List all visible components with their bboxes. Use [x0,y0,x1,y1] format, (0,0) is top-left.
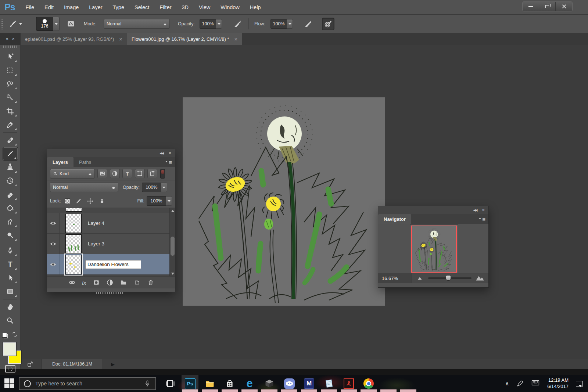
menu-type[interactable]: Type [108,0,129,15]
filter-type-layers-button[interactable]: T [122,169,132,178]
menu-3d[interactable]: 3D [177,0,194,15]
document-tab-template001[interactable]: eplate001.psd @ 25% (Layer 93, RGB/8*) × [21,33,127,45]
panel-menu-icon[interactable]: ≡ [165,157,175,167]
taskbar-3d-builder[interactable] [261,375,278,392]
layer-row-layer3[interactable]: Layer 3 [47,234,175,254]
tablet-pressure-size-button[interactable] [322,18,334,30]
path-selection-tool[interactable] [3,271,18,285]
blend-mode-dropdown[interactable]: Normal [104,19,170,29]
delete-layer-icon[interactable] [147,279,154,286]
menu-edit[interactable]: Edit [39,0,59,15]
layer-row-layer4[interactable]: Layer 4 [47,213,175,234]
tab-bar-close-icon[interactable]: × [12,36,15,42]
layer-rename-input[interactable] [85,260,141,269]
menu-layer[interactable]: Layer [84,0,107,15]
opacity-value[interactable]: 100% [200,19,216,29]
menu-select[interactable]: Select [129,0,154,15]
layer-opacity-dropdown[interactable] [161,183,167,192]
layers-panel-resize-grip[interactable] [96,292,124,294]
tool-preset-picker[interactable] [8,19,22,29]
layer-filter-toggle[interactable] [160,169,165,179]
canvas[interactable] [183,97,385,306]
tab-layers[interactable]: Layers [47,157,74,167]
collapse-panel-icon[interactable]: ◀◀ [160,151,164,155]
tab-overflow-icon[interactable]: » [6,36,8,42]
layer-opacity-value[interactable]: 100% [142,183,161,192]
close-panel-icon[interactable]: × [482,207,485,213]
opacity-dropdown-button[interactable] [216,19,222,29]
visibility-toggle[interactable] [47,213,60,233]
lock-all-icon[interactable] [98,198,105,205]
taskbar-medibang[interactable]: M [301,375,318,392]
tab-paths[interactable]: Paths [74,157,97,167]
smudge-tool[interactable] [3,215,18,229]
clone-stamp-tool[interactable] [3,161,18,174]
marquee-tool[interactable] [3,64,18,77]
close-button[interactable] [556,2,572,11]
brush-tool[interactable] [3,147,18,161]
dodge-tool[interactable] [3,229,18,242]
menu-view[interactable]: View [194,0,215,15]
layer-list-scrollbar[interactable] [169,208,175,276]
menu-file[interactable]: File [21,0,39,15]
magic-wand-tool[interactable] [3,91,18,104]
microphone-icon[interactable] [144,380,151,387]
taskbar-acrobat[interactable] [340,375,357,392]
zoom-tool[interactable] [3,314,18,327]
menu-image[interactable]: Image [59,0,84,15]
type-tool[interactable]: T [3,258,18,271]
visibility-toggle[interactable] [47,254,60,274]
default-colors-icon[interactable] [4,334,8,338]
taskbar-search[interactable] [19,377,156,390]
tab-navigator[interactable]: Navigator [378,214,411,224]
add-adjustment-layer-icon[interactable] [106,279,114,286]
layer-row-dandelion-flowers[interactable] [47,254,175,275]
navigator-zoom-field[interactable]: 16.67% [378,273,412,283]
export-icon[interactable] [27,361,33,367]
zoom-out-icon[interactable] [416,274,424,282]
history-brush-tool[interactable] [3,174,18,188]
taskbar-file-explorer[interactable] [201,375,218,392]
toolbar-grip[interactable] [3,46,18,48]
link-layers-icon[interactable] [68,279,76,286]
layer-blend-mode-dropdown[interactable]: Normal [50,183,118,192]
layer-thumbnail[interactable] [65,214,82,233]
status-bar-arrow-icon[interactable]: ▶ [111,362,115,367]
toggle-brush-panel-button[interactable] [65,18,77,30]
flow-value[interactable]: 100% [270,19,287,29]
navigator-proxy-rectangle[interactable] [411,226,457,273]
filter-adjustment-layers-button[interactable] [110,169,120,178]
visibility-toggle[interactable] [47,234,60,254]
taskbar-photoshop[interactable]: Ps [182,375,198,392]
lasso-tool[interactable] [3,77,18,91]
move-tool[interactable] [3,50,18,64]
filter-smart-objects-button[interactable] [147,169,157,178]
start-button[interactable] [4,378,15,389]
scrollbar-thumb[interactable] [171,237,175,256]
opacity-control[interactable]: 100% [200,19,222,29]
zoom-slider-thumb[interactable] [446,275,451,281]
taskbar-store[interactable] [221,375,238,392]
close-panel-icon[interactable]: × [168,150,171,156]
taskbar-notepad[interactable] [320,375,337,392]
layer-filter-kind-dropdown[interactable]: Kind [50,169,95,179]
pen-tool[interactable] [3,244,18,258]
quick-mask-button[interactable] [5,365,15,373]
foreground-color-swatch[interactable] [3,342,16,356]
filter-shape-layers-button[interactable] [135,169,145,178]
layer-thumbnail-partial[interactable] [66,208,82,212]
eyedropper-tool[interactable] [3,118,18,132]
hand-tool[interactable] [3,300,18,314]
menu-help[interactable]: Help [245,0,266,15]
navigator-preview[interactable] [410,224,458,274]
taskbar-chrome[interactable] [360,375,377,392]
taskbar-edge[interactable]: e [241,375,258,392]
brush-preset-picker[interactable]: 176 [36,17,60,31]
layer-fill-dropdown[interactable] [166,196,172,206]
paint-bucket-tool[interactable] [3,201,18,215]
document-size-info[interactable]: Doc: 81.1M/186.1M [42,359,103,369]
layer-name[interactable]: Layer 3 [88,241,104,247]
lock-transparency-icon[interactable] [65,198,70,204]
add-layer-mask-icon[interactable] [93,279,100,286]
zoom-in-icon[interactable] [475,273,485,283]
